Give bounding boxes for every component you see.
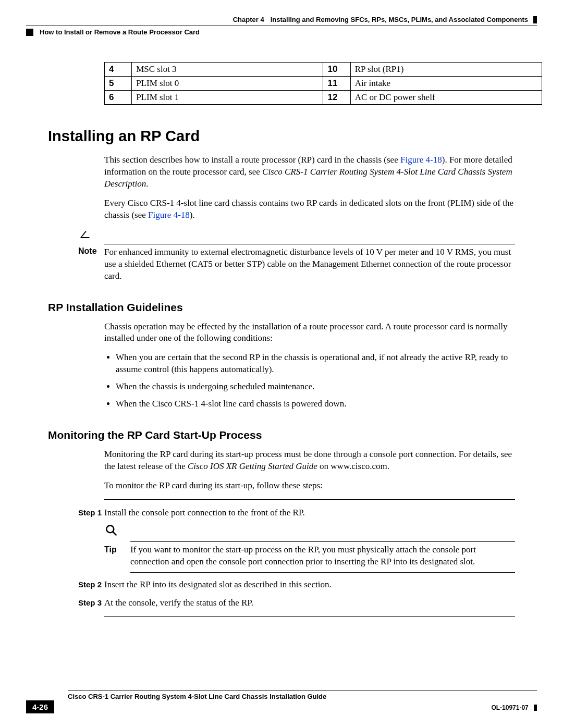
tip-rule-top	[130, 541, 515, 542]
table-row: 6 PLIM slot 1 12 AC or DC power shelf	[105, 91, 542, 105]
step-text: Insert the RP into its designated slot a…	[104, 579, 515, 591]
note-label: Note	[78, 246, 104, 282]
figure-link[interactable]: Figure 4-18	[148, 210, 190, 220]
step-label: Step 2	[78, 579, 104, 591]
figure-link[interactable]: Figure 4-18	[400, 155, 442, 165]
subsection-title-monitoring: Monitoring the RP Card Start-Up Process	[48, 429, 537, 441]
page-subheader: How to Install or Remove a Route Process…	[26, 26, 537, 36]
paragraph: Chassis operation may be effected by the…	[104, 321, 515, 345]
slot-table: 4 MSC slot 3 10 RP slot (RP1) 5 PLIM slo…	[104, 62, 542, 105]
cell-num: 5	[105, 77, 132, 91]
tip-label: Tip	[104, 544, 130, 568]
bullet-list: When you are certain that the second RP …	[104, 352, 515, 410]
table-row: 4 MSC slot 3 10 RP slot (RP1)	[105, 63, 542, 77]
note-block: Note For enhanced immunity to external e…	[78, 229, 515, 282]
footer-guide-title: Cisco CRS-1 Carrier Routing System 4-Slo…	[68, 693, 537, 700]
table-row: 5 PLIM slot 0 11 Air intake	[105, 77, 542, 91]
step-label: Step 1	[78, 507, 104, 573]
tip-rule-bottom	[130, 572, 515, 573]
chapter-title: Installing and Removing SFCs, RPs, MSCs,…	[271, 16, 528, 23]
header-end-mark	[533, 16, 537, 23]
paragraph: Every Cisco CRS-1 4-slot line card chass…	[104, 198, 515, 221]
subheader-mark	[26, 29, 33, 36]
cell-desc: RP slot (RP1)	[350, 63, 542, 77]
chapter-label: Chapter 4	[233, 16, 264, 23]
italic-ref: Cisco IOS XR Getting Started Guide	[188, 461, 317, 471]
page-footer: Cisco CRS-1 Carrier Routing System 4-Slo…	[26, 690, 537, 713]
section-title-installing: Installing an RP Card	[48, 128, 537, 145]
cell-num: 10	[323, 63, 350, 77]
paragraph: Monitoring the RP card during its start-…	[104, 449, 515, 473]
cell-num: 12	[323, 91, 350, 105]
footer-end-mark	[534, 705, 537, 711]
horizontal-rule	[104, 499, 515, 500]
tip-icon	[104, 523, 515, 540]
note-icon	[78, 229, 515, 243]
horizontal-rule	[104, 616, 515, 617]
list-item: When you are certain that the second RP …	[116, 352, 515, 376]
cell-desc: AC or DC power shelf	[350, 91, 542, 105]
page-number: 4-26	[26, 700, 54, 713]
step-text: At the console, verify the status of the…	[104, 597, 515, 609]
cell-desc: Air intake	[350, 77, 542, 91]
paragraph: To monitor the RP card during its start-…	[104, 480, 515, 492]
tip-text: If you want to monitor the start-up proc…	[130, 544, 515, 568]
step-3: Step 3 At the console, verify the status…	[78, 597, 515, 609]
subsection-title-guidelines: RP Installation Guidelines	[48, 301, 537, 314]
paragraph: This section describes how to install a …	[104, 154, 515, 190]
step-2: Step 2 Insert the RP into its designated…	[78, 579, 515, 591]
svg-point-0	[106, 525, 114, 533]
note-text: For enhanced immunity to external electr…	[104, 246, 515, 282]
step-text: Install the console port connection to t…	[104, 507, 515, 519]
cell-num: 6	[105, 91, 132, 105]
cell-num: 4	[105, 63, 132, 77]
cell-num: 11	[323, 77, 350, 91]
cell-desc: PLIM slot 1	[132, 91, 323, 105]
step-label: Step 3	[78, 597, 104, 609]
cell-desc: MSC slot 3	[132, 63, 323, 77]
list-item: When the chassis is undergoing scheduled…	[116, 381, 515, 393]
svg-line-1	[113, 532, 116, 535]
doc-id: OL-10971-07	[491, 704, 528, 711]
subheader-text: How to Install or Remove a Route Process…	[40, 28, 200, 36]
cell-desc: PLIM slot 0	[132, 77, 323, 91]
note-rule	[104, 244, 515, 244]
footer-rule	[68, 690, 537, 690]
page-header: Chapter 4 Installing and Removing SFCs, …	[26, 16, 537, 23]
list-item: When the Cisco CRS-1 4-slot line card ch…	[116, 398, 515, 410]
step-1: Step 1 Install the console port connecti…	[78, 507, 515, 573]
